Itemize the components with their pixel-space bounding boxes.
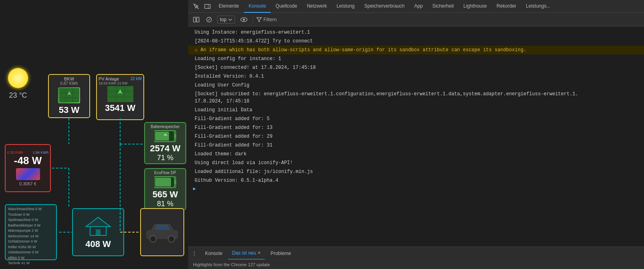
left-panel: 23 °C BKW 0.87 KWh 53 W PV Anlage 22 kW …: [0, 0, 188, 269]
bottom-info-bar: Highlights from the Chrome 127 update: [188, 259, 644, 269]
console-line: Loading config for instance: 1: [188, 54, 644, 63]
context-dropdown[interactable]: top: [217, 16, 235, 24]
bottom-tab-konsole[interactable]: Konsole: [201, 247, 226, 260]
context-label: top: [220, 17, 227, 22]
bottom-tab-bar: ⋮ Konsole Das ist neu ✕ Probleme: [188, 247, 644, 259]
tab-speicherverbrauch[interactable]: Speicherverbrauch: [360, 0, 410, 13]
clear-console-button[interactable]: [204, 15, 214, 24]
bkw-sub: 0.87 KWh: [60, 81, 78, 86]
house-list-item: Keller Kühs 90 W: [8, 245, 54, 250]
bottom-tab-konsole-label: Konsole: [205, 251, 222, 256]
tab-quellcode[interactable]: Quellcode: [271, 0, 302, 13]
house-watt: 408 W: [85, 239, 111, 249]
ecoflow-watt: 565 W: [153, 189, 178, 200]
ecoflow-pct: 81 %: [157, 200, 173, 208]
bkw-box: BKW 0.87 KWh 53 W: [48, 74, 90, 118]
svg-point-42: [243, 18, 245, 20]
tab-rekorder[interactable]: Rekorder: [492, 0, 521, 13]
house-list-item: eBike 0 W: [8, 255, 54, 261]
devtools-panel: Elemente Konsole Quellcode Netzwerk Leis…: [188, 0, 644, 269]
svg-rect-38: [197, 17, 199, 22]
toolbar-divider: [253, 16, 253, 24]
svg-rect-0: [59, 88, 79, 102]
tab-lighthouse[interactable]: Lighthouse: [459, 0, 492, 13]
bottom-tab-dasistenu-label: Das ist neu: [232, 250, 256, 256]
console-line: Fill-Gradient added for: 31: [188, 141, 644, 150]
pv-kwh-row: 19.53 KWh 21 kW: [99, 81, 142, 85]
responsive-icon[interactable]: [203, 2, 212, 11]
bottom-tab-close-icon[interactable]: ✕: [258, 251, 261, 255]
tab-elemente[interactable]: Elemente: [214, 0, 244, 13]
house-list-box: Waschmaschine 0 WTrockner 0 WSpülmaschin…: [5, 204, 57, 260]
svg-rect-17: [174, 180, 176, 184]
svg-rect-22: [96, 229, 101, 235]
house-list-item: Schlafzimmer 0 W: [8, 239, 54, 245]
tab-app[interactable]: App: [409, 0, 427, 13]
house-list-item: Wohnzimmer 14 W: [8, 234, 54, 239]
smart-meter-box: 0.30 KWh 1.84 KWh -48 W 0.3067 €: [5, 144, 51, 192]
house-list-item: Technik 41 W: [8, 261, 54, 266]
smart-price: 0.3067 €: [19, 181, 36, 186]
ecoflow-battery-icon: [154, 176, 176, 188]
battery-title: Batteriespeicher: [151, 124, 179, 129]
bottom-tab-probleme[interactable]: Probleme: [266, 247, 295, 260]
pv-header: PV Anlage 22 kW: [99, 76, 142, 81]
svg-point-24: [150, 236, 156, 242]
inspect-icon[interactable]: [191, 2, 201, 11]
console-expand-arrow[interactable]: ▶: [188, 185, 644, 193]
smart-kwh-blue: 1.84 KWh: [32, 151, 48, 155]
car-icon: [144, 221, 180, 243]
console-line: Using Instance: energiefluss-erweitert.1: [188, 28, 644, 37]
tab-netzwerk[interactable]: Netzwerk: [302, 0, 332, 13]
svg-rect-35: [205, 4, 210, 8]
eye-button[interactable]: [238, 15, 250, 24]
smart-kwh-red: 0.30 KWh: [7, 151, 23, 155]
bkw-watt: 53 W: [59, 105, 79, 115]
bottom-tab-probleme-label: Probleme: [270, 251, 291, 256]
pv-watt: 3541 W: [105, 103, 135, 113]
devtools-tab-bar: Elemente Konsole Quellcode Netzwerk Leis…: [188, 0, 644, 13]
console-line: An iframe which has both allow-scripts a…: [188, 46, 644, 54]
console-line: Loaded additional file: js/iconify.min.j…: [188, 167, 644, 176]
svg-rect-13: [174, 134, 176, 138]
filter-button[interactable]: Filtern: [256, 17, 277, 22]
house-list-item: Badheizkkörper 0 W: [8, 223, 54, 229]
bottom-tab-menu-icon[interactable]: ⋮: [191, 250, 199, 257]
svg-point-25: [168, 236, 175, 242]
filter-label: Filtern: [264, 17, 277, 22]
smart-kwh-row: 0.30 KWh 1.84 KWh: [7, 151, 48, 155]
house-list-item: Spülmaschine 0 W: [8, 217, 54, 223]
svg-line-40: [208, 18, 210, 21]
sidebar-toggle-button[interactable]: [191, 15, 201, 24]
house-icon-box: 408 W: [72, 208, 124, 256]
house-list-item: Wärmepumpe 2 W: [8, 228, 54, 234]
tab-sicherheit[interactable]: Sicherheit: [428, 0, 459, 13]
console-output[interactable]: Using Instance: energiefluss-erweitert.1…: [188, 26, 644, 247]
smart-meter-icon: [16, 168, 40, 180]
weather-temp: 23 °C: [9, 91, 27, 100]
console-line: [2024-08-17T15:45:18.472Z] Try to connec…: [188, 37, 644, 46]
console-line: Fill-Gradient added for: 5: [188, 114, 644, 123]
sun-icon: [8, 68, 28, 88]
console-line: Github Version: 0.5.1-alpha.4: [188, 176, 644, 185]
battery-box: Batteriespeicher 2574 W 71 %: [144, 122, 186, 164]
console-line: Fill-Gradient added for: 13: [188, 123, 644, 132]
console-toolbar: top Filtern: [188, 13, 644, 26]
bottom-tab-dasistenu[interactable]: Das ist neu ✕: [228, 247, 265, 260]
tab-leistung[interactable]: Leistung: [332, 0, 359, 13]
battery-icon: [154, 130, 176, 142]
tab-leistungsplus[interactable]: Leistungs...: [521, 0, 555, 13]
svg-rect-14: [155, 132, 169, 141]
car-box: [140, 208, 184, 256]
ecoflow-box: EcoFlow DP 565 W 81 %: [144, 168, 186, 210]
ecoflow-title: EcoFlow DP: [154, 171, 176, 175]
console-line: Fill-Gradient added for: 29: [188, 132, 644, 141]
pv-box: PV Anlage 22 kW 19.53 KWh 21 kW 3541 W: [96, 74, 144, 120]
bkw-solar-icon: [58, 87, 80, 103]
battery-pct: 71 %: [157, 154, 173, 162]
weather-widget: 23 °C: [8, 68, 28, 100]
tab-konsole[interactable]: Konsole: [244, 0, 271, 13]
svg-line-34: [196, 6, 199, 9]
console-line: Installed Version: 0.4.1: [188, 72, 644, 81]
battery-watt: 2574 W: [150, 143, 181, 154]
